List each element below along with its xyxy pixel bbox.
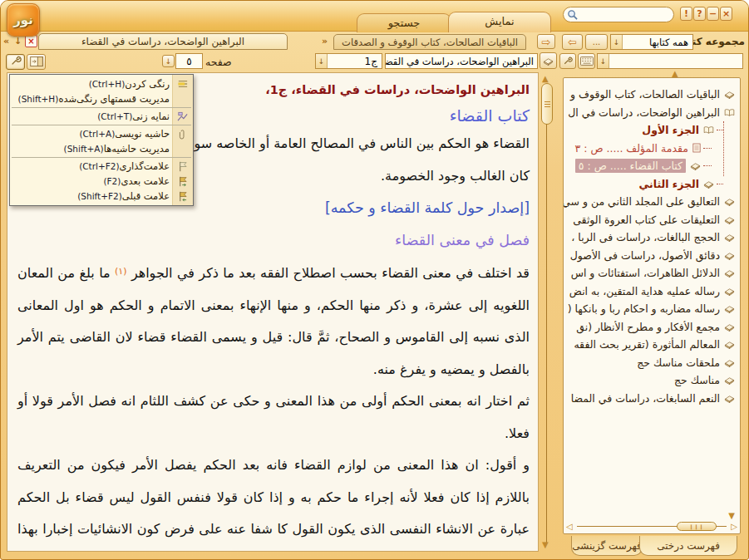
tab-tree-index[interactable]: فهرست درختى <box>639 536 737 556</box>
tree-item-label: الجزء الأول <box>642 124 699 136</box>
menu-item-label: حاشيه نويسى <box>115 128 172 140</box>
tree-item[interactable]: مقدمة المؤلف ..... ص : ٣ <box>564 140 735 158</box>
book-filter-combo[interactable]: ↓ <box>597 53 743 69</box>
tree-item[interactable]: الحجج البالغات، دراسات فى الربا ، <box>564 228 735 247</box>
page-dropdown-button[interactable]: ↓ <box>162 55 175 67</box>
library-sidebar: مجموعه كتب همه كتابها ↓ ... ⇦ ↓ ▲ الباقي… <box>559 31 749 560</box>
bookmark-next-icon <box>172 176 193 187</box>
tab-overflow-icon[interactable]: » <box>322 36 328 47</box>
tree-item[interactable]: الجزء الأول <box>564 121 735 140</box>
book-tab-active[interactable]: البراهين الواضحات، دراسات في القضاء <box>38 33 288 50</box>
menu-item[interactable]: نمايه زنى(Ctrl+T) <box>10 109 193 124</box>
annotate-tools-button[interactable] <box>6 54 25 70</box>
search-input[interactable] <box>580 8 668 21</box>
tree-item[interactable]: ملحقات مناسك حج <box>564 354 735 372</box>
menu-item[interactable]: علامت‌گذارى(Ctrl+F2) <box>10 159 193 174</box>
tree-item[interactable]: مجمع الأفكار و مطرح الأنظار (نق <box>564 318 735 336</box>
vertical-scrollbar-thumb[interactable] <box>541 83 553 125</box>
tree-item-selected[interactable]: كتاب القضاء ..... ص : ٥ <box>564 157 735 175</box>
vertical-scrollbar-track[interactable] <box>546 84 547 543</box>
tree-item[interactable]: الدلائل الظاهرات، استفتائات و اس <box>564 264 735 282</box>
book-tree-panel: الباقيات الصالحات، كتاب الوقوف والبراهين… <box>563 77 741 534</box>
book-combo[interactable]: البراهين الواضحات، دراسات في القضاء <box>385 53 538 69</box>
minimize-button[interactable]: − <box>707 7 719 21</box>
tree-item-label: رساله مضاربه و احكام ربا و بانكها ( <box>568 302 720 315</box>
book-icon <box>724 90 735 99</box>
sidebar-tools-button[interactable] <box>559 53 576 69</box>
volume-select[interactable]: ج1 ↓ <box>315 53 382 69</box>
tree-item[interactable]: الجزء الثاني <box>564 175 735 194</box>
scroll-up-icon[interactable]: ▲ <box>542 74 549 83</box>
tab-search[interactable]: جستجو <box>357 13 451 32</box>
content-paragraph: قد اختلف في معنى القضاء بحسب اصطلاح الفق… <box>17 256 530 386</box>
tree-item[interactable]: مناسك حج <box>564 371 735 390</box>
book-icon <box>724 304 735 313</box>
tree-scroll-right-icon[interactable]: ▷ <box>731 522 737 531</box>
bookmark-icon <box>172 161 193 172</box>
book-info-button[interactable] <box>540 52 557 69</box>
menu-item[interactable]: رنگى كردن(Ctrl+H) <box>10 76 193 91</box>
page-label: صفحه <box>205 56 232 68</box>
keyboard-button[interactable] <box>578 53 595 69</box>
tree-item[interactable]: رساله مضاربه و احكام ربا و بانكها ( <box>564 300 735 318</box>
menu-item[interactable]: علامت قبلى(Shift+F2) <box>10 189 193 204</box>
info-button[interactable]: ! <box>680 7 692 21</box>
tab-view[interactable]: نمايش <box>448 12 551 32</box>
app-window: جستجو نمايش ! ? − × نور « ↓ × البراهين ا… <box>0 0 749 560</box>
tab-selective-index[interactable]: فهرست گزينشى <box>571 536 643 556</box>
menu-item[interactable]: مديريت حاشيه‌ها(Shift+A) <box>10 141 193 156</box>
collection-select[interactable]: همه كتابها ↓ <box>610 34 693 50</box>
tree-item-label: مجمع الأفكار و مطرح الأنظار (نق <box>576 321 720 333</box>
index-icon <box>172 111 193 121</box>
help-button[interactable]: ? <box>693 7 706 21</box>
collection-dropdown-icon[interactable]: ↓ <box>611 35 623 49</box>
menu-item[interactable]: مديريت قسمتهاى رنگى‌شده(Shift+H) <box>10 91 193 106</box>
close-button[interactable]: × <box>720 7 732 21</box>
footnote-marker[interactable]: (١) <box>115 266 127 277</box>
toggle-panel-button[interactable] <box>27 54 46 70</box>
tab-scroll-left-icon[interactable]: « <box>3 36 9 47</box>
tree-item-label: النعم السابغات، دراسات في المضا <box>571 392 720 405</box>
tree-item[interactable]: التعاليق على المجلد الثاني من و سي <box>564 193 735 211</box>
tree-item-label: الحجج البالغات، دراسات فى الربا ، <box>571 231 720 243</box>
tree-item[interactable]: البراهين الواضحات، دراسات في ال <box>564 104 735 122</box>
book-combo-value: البراهين الواضحات، دراسات في القضاء <box>385 56 537 67</box>
search-box[interactable] <box>563 7 674 22</box>
tree-item[interactable]: دقائق الأصول، دراسات فى الأصول <box>564 247 735 265</box>
tree-item-label: الباقيات الصالحات، كتاب الوقوف و <box>570 88 720 101</box>
tree-item-label: كتاب القضاء ..... ص : ٥ <box>575 159 686 173</box>
navigate-forward-button[interactable]: ⇨ <box>537 34 555 49</box>
volume-dropdown-icon[interactable]: ↓ <box>316 54 328 68</box>
tree-item[interactable]: النعم السابغات، دراسات في المضا <box>564 390 735 408</box>
tree-scroll-left-icon[interactable]: ◁ <box>566 522 573 531</box>
menu-item-shortcut: (Ctrl+F2) <box>72 161 119 171</box>
content-heading: فصل في معنى القضاء <box>17 224 530 257</box>
book-icon <box>543 53 554 69</box>
more-books-button[interactable]: ... <box>585 34 608 50</box>
close-book-tab-button[interactable]: × <box>25 35 37 47</box>
book-icon <box>724 358 735 367</box>
navigate-back-button[interactable]: ⇦ <box>562 34 583 50</box>
tab-list-dropdown-icon[interactable]: ↓ <box>14 36 22 47</box>
horizontal-scrollbar-thumb[interactable]: ❙❙❙ <box>677 522 717 531</box>
tree-item[interactable]: رساله عمليه هداية المتقين، به انض <box>564 282 735 301</box>
tree-item[interactable]: التعليقات على كتاب العروة الوثقى <box>564 211 735 229</box>
book-icon <box>724 394 735 403</box>
tree-item[interactable]: المعالم المأثورة (تقرير بحث الفقه <box>564 336 735 354</box>
tree-item[interactable]: الباقيات الصالحات، كتاب الوقوف و <box>564 86 735 104</box>
wrench-icon <box>10 54 22 70</box>
book-tab-inactive[interactable]: الباقيات الصالحات، كتاب الوقوف و الصدقات <box>333 34 526 50</box>
book-icon <box>724 376 735 385</box>
tree-connector <box>717 130 723 130</box>
collection-value: همه كتابها <box>645 37 692 48</box>
tree-item-label: رساله عمليه هداية المتقين، به انض <box>569 285 720 297</box>
menu-item[interactable]: علامت بعدى(F2) <box>10 174 193 189</box>
tree-scroll-down-icon[interactable]: ▼ <box>728 511 735 520</box>
bookmark-prev-icon <box>172 191 193 202</box>
scroll-down-icon[interactable]: ▼ <box>542 540 549 549</box>
menu-item[interactable]: حاشيه نويسى(Ctrl+A) <box>10 126 193 141</box>
page-input[interactable]: ٥ <box>175 53 203 69</box>
menu-separator <box>12 107 191 108</box>
filter-dropdown-icon[interactable]: ↓ <box>598 54 609 68</box>
tree-item-label: التعاليق على المجلد الثاني من و سي <box>564 195 720 208</box>
